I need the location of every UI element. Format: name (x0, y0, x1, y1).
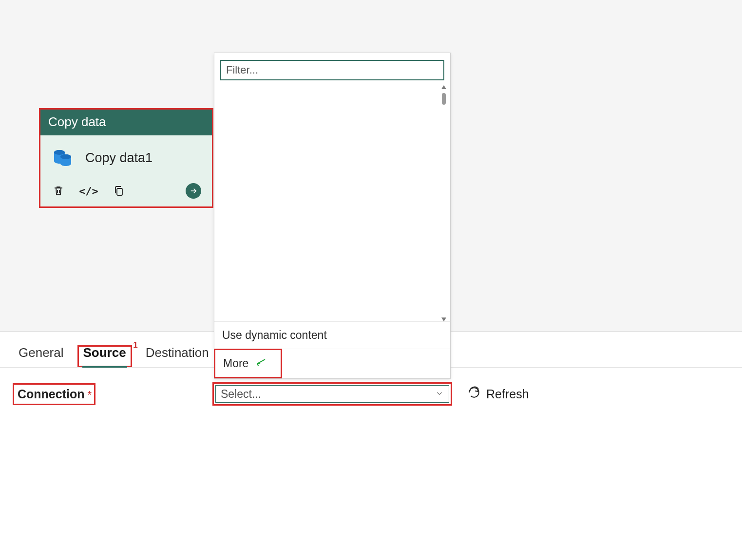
connection-dropdown-panel[interactable]: Use dynamic content More (214, 53, 451, 379)
activity-type-header: Copy data (40, 110, 212, 135)
scrollbar[interactable] (441, 85, 446, 321)
svg-point-1 (54, 150, 65, 155)
copy-icon[interactable] (112, 184, 126, 198)
activity-toolbar: </> (40, 178, 212, 206)
required-marker: * (88, 389, 92, 401)
arrow-annotation-icon (254, 356, 267, 371)
tab-general-label: General (19, 345, 64, 360)
connection-label-wrap: Connection * (13, 383, 95, 405)
filter-input[interactable] (220, 60, 444, 80)
tab-general[interactable]: General (13, 343, 70, 367)
more-label: More (223, 357, 248, 370)
chevron-down-icon (435, 388, 444, 401)
tab-destination-label: Destination (146, 345, 209, 360)
refresh-icon (468, 386, 480, 402)
dropdown-scroll-area[interactable] (214, 85, 449, 321)
refresh-label: Refresh (486, 387, 529, 401)
run-arrow-icon[interactable] (186, 183, 201, 199)
activity-instance-name: Copy data1 (85, 150, 152, 166)
use-dynamic-content-label: Use dynamic content (222, 329, 327, 342)
more-item[interactable]: More (214, 349, 282, 378)
svg-rect-4 (117, 188, 122, 195)
use-dynamic-content-item[interactable]: Use dynamic content (214, 321, 450, 349)
connection-select[interactable]: Select... (212, 382, 452, 406)
refresh-button[interactable]: Refresh (468, 386, 529, 402)
scroll-up-icon[interactable] (441, 85, 446, 89)
svg-point-3 (60, 154, 71, 159)
database-icon (51, 146, 75, 169)
code-icon[interactable]: </> (81, 184, 96, 198)
tab-source-badge: 1 (133, 340, 137, 350)
delete-icon[interactable] (51, 184, 66, 198)
scroll-thumb[interactable] (442, 93, 446, 105)
connection-select-wrap: Select... (212, 382, 452, 406)
activity-type-label: Copy data (48, 114, 106, 129)
tab-destination[interactable]: Destination 1 (140, 343, 215, 367)
tab-source-label: Source (83, 345, 126, 360)
scroll-down-icon[interactable] (441, 317, 446, 321)
activity-body: Copy data1 (40, 135, 212, 178)
tab-source[interactable]: Source 1 (77, 345, 132, 367)
connection-select-placeholder: Select... (221, 388, 261, 401)
connection-label: Connection (18, 387, 85, 401)
copy-data-activity-card[interactable]: Copy data Copy data1 (39, 108, 213, 208)
